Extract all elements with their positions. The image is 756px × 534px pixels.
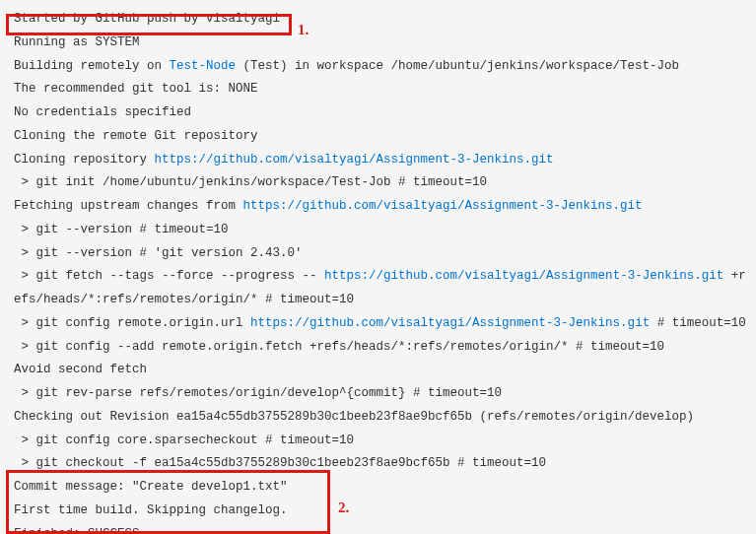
log-line: Checking out Revision ea15a4c55db3755289… bbox=[14, 410, 694, 424]
log-line: > git config remote.origin.url bbox=[14, 316, 250, 330]
log-line: Fetching upstream changes from bbox=[14, 199, 243, 213]
log-line: > git config --add remote.origin.fetch +… bbox=[14, 340, 664, 354]
log-line: > git init /home/ubuntu/jenkins/workspac… bbox=[14, 175, 487, 189]
log-line: The recommended git tool is: NONE bbox=[14, 82, 258, 96]
log-line: Running as SYSTEM bbox=[14, 35, 140, 49]
log-line: Cloning the remote Git repository bbox=[14, 129, 258, 143]
log-line: > git checkout -f ea15a4c55db3755289b30c… bbox=[14, 456, 546, 470]
log-line: # timeout=10 bbox=[650, 316, 746, 330]
log-line: (Test) in workspace /home/ubuntu/jenkins… bbox=[236, 59, 679, 73]
console-output: Started by GitHub push by visaltyagi Run… bbox=[0, 8, 756, 534]
log-line: > git config core.sparsecheckout # timeo… bbox=[14, 434, 354, 447]
log-line: > git rev-parse refs/remotes/origin/deve… bbox=[14, 386, 502, 400]
log-line: Commit message: "Create develop1.txt" bbox=[14, 480, 288, 494]
repo-link[interactable]: https://github.com/visaltyagi/Assignment… bbox=[324, 269, 723, 283]
log-line: No credentials specified bbox=[14, 105, 191, 119]
repo-link[interactable]: https://github.com/visaltyagi/Assignment… bbox=[250, 316, 650, 330]
console-wrapper: Started by GitHub push by visaltyagi Run… bbox=[0, 8, 756, 534]
node-link[interactable]: Test-Node bbox=[170, 59, 237, 73]
log-line: > git --version # timeout=10 bbox=[14, 223, 229, 236]
repo-link[interactable]: https://github.com/visaltyagi/Assignment… bbox=[243, 199, 643, 213]
log-line: > git fetch --tags --force --progress -- bbox=[14, 269, 324, 283]
log-line: Cloning repository bbox=[14, 153, 155, 167]
log-line: > git --version # 'git version 2.43.0' bbox=[14, 246, 303, 260]
log-line: Avoid second fetch bbox=[14, 363, 147, 376]
log-line: First time build. Skipping changelog. bbox=[14, 503, 288, 517]
log-line: Finished: SUCCESS bbox=[14, 527, 140, 535]
log-line: Started by GitHub push by visaltyagi bbox=[14, 12, 280, 26]
repo-link[interactable]: https://github.com/visaltyagi/Assignment… bbox=[155, 153, 554, 167]
log-line: Building remotely on bbox=[14, 59, 170, 73]
